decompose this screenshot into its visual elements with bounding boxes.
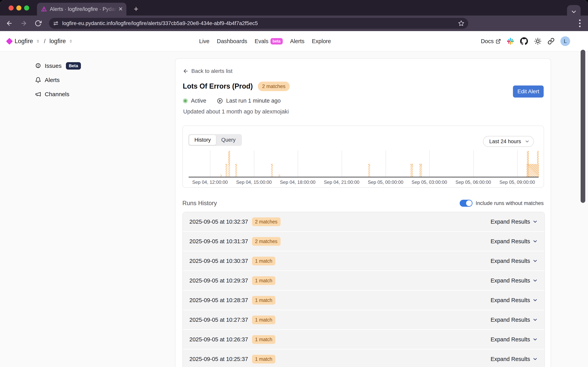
browser-reload-button[interactable] <box>35 20 42 27</box>
page-scrollbar-thumb[interactable] <box>581 50 585 203</box>
sidebar-item-channels[interactable]: Channels <box>35 90 81 99</box>
chevron-down-icon <box>532 258 538 264</box>
nav-dashboards[interactable]: Dashboards <box>217 38 247 44</box>
github-link[interactable] <box>520 37 528 45</box>
bookmark-star-icon[interactable] <box>458 20 464 26</box>
edit-alert-button[interactable]: Edit Alert <box>513 85 544 98</box>
run-match-badge: 1 match <box>252 296 275 305</box>
browser-tab[interactable]: Alerts · logfire/logfire · Pydant ✕ <box>37 3 126 16</box>
issues-beta-badge: Beta <box>66 62 81 70</box>
browser-forward-button[interactable] <box>20 20 27 27</box>
chart-bar <box>419 164 422 177</box>
run-timestamp: 2025-09-05 at 10:27:37 <box>189 317 248 323</box>
time-range-select[interactable]: Last 24 hours <box>483 136 534 147</box>
nav-alerts[interactable]: Alerts <box>290 38 305 44</box>
tab-history[interactable]: History <box>189 135 216 145</box>
run-timestamp: 2025-09-05 at 10:30:37 <box>189 258 248 264</box>
url-bar[interactable]: logfire-eu.pydantic.info/logfire/logfire… <box>49 18 468 29</box>
expand-results-button[interactable]: Expand Results <box>491 297 538 303</box>
window-close-button[interactable] <box>9 5 14 10</box>
url-text[interactable]: logfire-eu.pydantic.info/logfire/logfire… <box>62 20 458 26</box>
sidebar-item-issues[interactable]: Issues Beta <box>35 61 81 70</box>
theme-toggle[interactable] <box>534 37 542 45</box>
window-minimize-button[interactable] <box>16 5 21 10</box>
run-match-badge: 1 match <box>252 257 275 265</box>
project-name[interactable]: logfire <box>49 38 66 45</box>
history-query-tabs: History Query <box>188 134 242 146</box>
runs-list: 2025-09-05 at 10:32:37 2 matches Expand … <box>182 212 545 367</box>
nav-explore[interactable]: Explore <box>312 38 331 44</box>
expand-results-button[interactable]: Expand Results <box>491 336 538 343</box>
chart-bar <box>527 151 529 177</box>
chevron-down-icon <box>532 239 538 244</box>
app-header: Logfire / logfire Live Dashboards Evalsb… <box>0 31 588 52</box>
include-runs-toggle-group: Include runs without matches <box>460 200 544 207</box>
chart-gridline <box>210 150 210 177</box>
expand-results-button[interactable]: Expand Results <box>491 258 538 264</box>
chevron-down-icon <box>532 337 538 342</box>
browser-back-button[interactable] <box>6 20 13 27</box>
github-icon <box>520 37 528 45</box>
nav-live[interactable]: Live <box>199 38 209 44</box>
window-zoom-button[interactable] <box>24 5 29 10</box>
user-avatar[interactable]: L <box>560 36 570 46</box>
beta-badge: beta <box>271 38 283 44</box>
org-selector-icon[interactable] <box>36 38 40 44</box>
tab-title: Alerts · logfire/logfire · Pydant <box>50 6 117 12</box>
browser-menu-button[interactable] <box>576 18 584 28</box>
slack-link[interactable] <box>507 37 514 45</box>
site-settings-icon[interactable] <box>53 20 59 26</box>
expand-results-button[interactable]: Expand Results <box>491 238 538 245</box>
history-panel: History Query Last 24 hours Sep 04, 12:0… <box>182 125 544 188</box>
share-link-button[interactable] <box>547 38 554 45</box>
tab-query[interactable]: Query <box>216 135 241 145</box>
run-timestamp: 2025-09-05 at 10:25:37 <box>189 356 248 362</box>
new-tab-button[interactable]: + <box>134 5 138 13</box>
toggle-knob <box>466 200 472 206</box>
arrow-left-icon <box>6 20 13 27</box>
alert-title: Lots Of Errors (Prod) <box>183 82 253 90</box>
expand-results-button[interactable]: Expand Results <box>491 218 538 225</box>
breadcrumb: Logfire / logfire <box>7 31 73 51</box>
org-name[interactable]: Logfire <box>15 38 33 45</box>
include-runs-toggle-label: Include runs without matches <box>476 200 544 206</box>
chart-bar <box>271 164 273 177</box>
run-row: 2025-09-05 at 10:30:37 1 match Expand Re… <box>183 251 545 270</box>
runs-history-header: Runs History Include runs without matche… <box>182 200 544 207</box>
chevron-down-icon <box>532 317 538 323</box>
run-row: 2025-09-05 at 10:27:37 1 match Expand Re… <box>183 310 545 329</box>
expand-results-button[interactable]: Expand Results <box>491 356 538 362</box>
run-row: 2025-09-05 at 10:28:37 1 match Expand Re… <box>183 291 545 310</box>
chart-gridline <box>342 150 342 177</box>
nav-evals[interactable]: Evalsbeta <box>255 38 283 44</box>
chart-bar <box>537 151 539 177</box>
breadcrumb-separator: / <box>44 38 45 44</box>
expand-results-button[interactable]: Expand Results <box>491 277 538 284</box>
alert-matches-badge: 2 matches <box>258 82 290 91</box>
sidebar-item-alerts[interactable]: Alerts <box>35 75 81 84</box>
run-row: 2025-09-05 at 10:26:37 1 match Expand Re… <box>183 330 545 349</box>
include-runs-toggle[interactable] <box>460 200 472 207</box>
chart-bar <box>368 164 370 177</box>
tab-close-icon[interactable]: ✕ <box>119 6 123 12</box>
chart-gridline <box>517 150 518 177</box>
kebab-menu-icon <box>579 19 581 28</box>
external-link-icon <box>496 39 501 44</box>
chart-gridline <box>298 150 298 177</box>
header-actions: Docs <box>481 31 570 51</box>
project-selector-icon[interactable] <box>69 38 73 44</box>
docs-link[interactable]: Docs <box>481 38 501 44</box>
run-match-badge: 1 match <box>252 335 275 344</box>
match-history-chart[interactable] <box>189 150 539 177</box>
run-match-badge: 1 match <box>252 276 275 285</box>
chart-bar <box>279 174 280 177</box>
browser-window: Alerts · logfire/logfire · Pydant ✕ + lo… <box>0 0 588 367</box>
chevron-down-icon <box>532 356 538 362</box>
issue-seal-icon <box>35 63 41 69</box>
arrow-right-icon <box>20 20 27 27</box>
run-match-badge: 1 match <box>252 355 275 364</box>
back-to-alerts-link[interactable]: Back to alerts list <box>183 68 233 74</box>
arrow-left-icon <box>183 68 189 74</box>
expand-results-button[interactable]: Expand Results <box>491 317 538 323</box>
page-body: Issues Beta Alerts Channels Back to aler… <box>0 52 588 367</box>
